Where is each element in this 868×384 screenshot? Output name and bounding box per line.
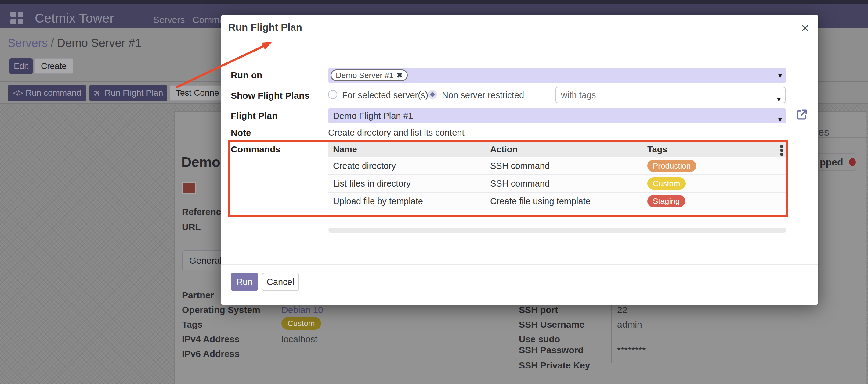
ssh-password-label: SSH Password — [519, 345, 584, 355]
code-icon: </> — [13, 89, 23, 98]
run-button[interactable]: Run — [231, 273, 258, 291]
smart-button-underline — [818, 137, 866, 138]
external-link-icon[interactable] — [795, 108, 809, 121]
breadcrumb: Servers/Demo Server #1 — [8, 37, 141, 50]
screen: Cetmix Tower Servers Commands Files Tool… — [0, 0, 868, 384]
flight-plan-label: Flight Plan — [231, 111, 277, 121]
show-flight-plans-label: Show Flight Plans — [231, 91, 309, 101]
dialog-header-divider — [221, 44, 818, 44]
ssh-username-value: admin — [617, 319, 642, 330]
note-label: Note — [231, 128, 251, 138]
chevron-down-icon[interactable]: ▾ — [777, 92, 781, 107]
cell-name: Create directory — [328, 157, 485, 174]
table-row[interactable]: List files in directory SSH command Cust… — [328, 175, 786, 193]
tags-label: Tags — [182, 319, 203, 330]
radio-for-selected-servers-label[interactable]: For selected server(s) — [342, 90, 428, 100]
left-column-separator — [275, 304, 275, 359]
apps-grid-icon[interactable] — [10, 11, 23, 24]
close-icon[interactable]: ✕ — [801, 23, 810, 34]
ssh-private-key-label: SSH Private Key — [519, 360, 590, 371]
edit-button[interactable]: Edit — [9, 58, 33, 74]
ssh-port-value: 22 — [617, 305, 627, 315]
breadcrumb-separator: / — [48, 37, 57, 49]
column-header-action[interactable]: Action — [485, 142, 643, 156]
commands-table: Name Action Tags Create directory SSH co… — [328, 142, 786, 210]
ssh-password-value: ******** — [617, 345, 646, 355]
ipv4-label: IPv4 Address — [182, 334, 240, 344]
column-header-tags[interactable]: Tags — [643, 142, 786, 156]
chevron-down-icon[interactable]: ▾ — [778, 112, 782, 127]
table-horizontal-scrollbar[interactable] — [329, 228, 786, 233]
cell-name: List files in directory — [328, 175, 485, 192]
chip-remove-icon[interactable]: ✖ — [397, 71, 403, 79]
url-label: URL — [182, 222, 201, 232]
cell-action: SSH command — [485, 175, 643, 192]
reference-label: Reference — [182, 207, 226, 217]
note-value: Create directory and list its content — [328, 128, 464, 138]
flight-plan-select[interactable]: Demo Flight Plan #1 ▾ — [328, 108, 786, 124]
brand-title[interactable]: Cetmix Tower — [35, 11, 114, 26]
cell-name: Upload file by template — [328, 193, 485, 210]
run-on-field[interactable]: Demo Server #1 ✖ ▾ — [328, 68, 786, 83]
server-chip-label: Demo Server #1 — [336, 71, 394, 80]
radio-non-server-restricted[interactable] — [428, 90, 437, 99]
chevron-down-icon[interactable]: ▾ — [778, 71, 782, 80]
dialog-title: Run Flight Plan — [228, 22, 302, 33]
flight-plan-value: Demo Flight Plan #1 — [333, 111, 413, 121]
table-row[interactable]: Create directory SSH command Production — [328, 157, 786, 175]
radio-for-selected-servers[interactable] — [328, 90, 337, 99]
operating-system-label: Operating System — [182, 305, 260, 315]
with-tags-select[interactable]: with tags ▾ — [555, 87, 785, 103]
column-header-name[interactable]: Name — [328, 142, 485, 156]
cell-action: Create file using template — [485, 193, 643, 210]
table-row[interactable]: Upload file by template Create file usin… — [328, 193, 786, 210]
with-tags-value: with tags — [561, 90, 596, 100]
tabbar-underline-left — [174, 270, 182, 270]
smart-button-partial[interactable]: es — [818, 126, 829, 138]
run-command-button[interactable]: </> Run command — [8, 85, 86, 101]
cancel-button[interactable]: Cancel — [262, 273, 299, 291]
ipv6-label: IPv6 Address — [182, 349, 240, 359]
run-command-label: Run command — [26, 88, 81, 98]
create-button[interactable]: Create — [34, 58, 73, 74]
optional-columns-icon[interactable] — [780, 145, 783, 156]
ipv4-value: localhost — [281, 334, 317, 344]
ssh-username-label: SSH Username — [519, 319, 585, 330]
nav-item-servers[interactable]: Servers — [153, 14, 185, 25]
server-tag-custom: Custom — [281, 317, 321, 330]
commands-table-header: Name Action Tags — [328, 142, 786, 157]
ssh-port-label: SSH port — [519, 305, 558, 315]
run-on-label: Run on — [231, 70, 262, 80]
commands-label: Commands — [231, 144, 280, 154]
server-title: Demo — [181, 154, 220, 170]
radio-non-server-restricted-label[interactable]: Non server restricted — [442, 90, 524, 100]
server-chip[interactable]: Demo Server #1 ✖ — [331, 69, 408, 81]
run-flight-plan-dialog: Run Flight Plan ✕ Run on Demo Server #1 … — [221, 15, 818, 305]
tag-pill-production: Production — [647, 160, 696, 172]
form-label-separator — [322, 67, 323, 241]
cell-action: SSH command — [485, 157, 643, 174]
use-sudo-label: Use sudo — [519, 334, 560, 344]
os-top-strip — [0, 0, 868, 4]
color-swatch[interactable] — [182, 182, 196, 194]
plane-icon: ✈ — [91, 86, 104, 100]
dialog-footer-divider — [221, 264, 818, 265]
run-flight-plan-label: Run Flight Plan — [105, 88, 163, 98]
tag-pill-custom: Custom — [647, 177, 686, 189]
operating-system-value[interactable]: Debian 10 — [281, 305, 323, 315]
tag-pill-staging: Staging — [647, 195, 685, 207]
right-column-separator — [611, 305, 612, 363]
partner-label: Partner — [182, 290, 214, 301]
breadcrumb-link-servers[interactable]: Servers — [8, 37, 48, 49]
run-flight-plan-button[interactable]: ✈ Run Flight Plan — [89, 85, 167, 101]
status-dot-icon — [849, 158, 856, 166]
breadcrumb-current: Demo Server #1 — [57, 37, 141, 49]
status-text-partial: pped — [820, 156, 843, 168]
